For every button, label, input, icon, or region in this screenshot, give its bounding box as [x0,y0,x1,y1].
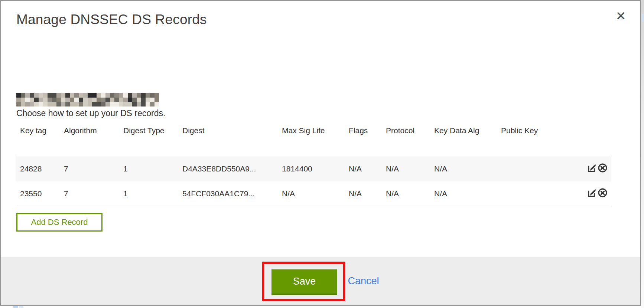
column-header-key-data-alg: Key Data Alg [430,124,497,156]
background-page-fragment [19,306,23,308]
background-page-strip [641,0,644,308]
dnssec-ds-records-dialog: ✕ Manage DNSSEC DS Records Choose how to… [0,0,641,306]
table-row: 23550 7 1 54FCF030AA1C79... N/A N/A N/A … [16,181,611,206]
mosaic-pixel [137,98,141,102]
save-button[interactable]: Save [271,269,337,295]
mosaic-pixel [39,102,43,107]
mosaic-pixel [132,102,137,107]
column-header-public-key: Public Key [497,124,582,156]
mosaic-pixel [97,93,101,98]
mosaic-pixel [79,102,83,107]
mosaic-pixel [97,98,101,102]
mosaic-pixel [119,93,123,98]
mosaic-pixel [132,93,137,98]
mosaic-pixel [110,93,114,98]
column-header-max-sig-life: Max Sig Life [278,124,345,156]
mosaic-pixel [83,93,88,98]
mosaic-pixel [128,102,132,107]
column-header-digest-type: Digest Type [120,124,179,156]
cell-flags: N/A [345,156,382,181]
mosaic-pixel [79,93,83,98]
mosaic-pixel [25,93,30,98]
cancel-link[interactable]: Cancel [348,275,379,287]
mosaic-pixel [21,93,25,98]
mosaic-pixel [48,93,52,98]
mosaic-pixel [21,98,25,102]
mosaic-pixel [141,93,146,98]
mosaic-pixel [16,98,21,102]
mosaic-pixel [141,98,146,102]
mosaic-pixel [101,93,105,98]
mosaic-pixel [105,93,110,98]
mosaic-pixel [105,98,110,102]
mosaic-pixel [43,93,48,98]
column-header-actions [582,124,611,156]
mosaic-pixel [150,93,155,98]
mosaic-pixel [114,102,119,107]
add-ds-record-button[interactable]: Add DS Record [16,213,103,232]
mosaic-pixel [25,102,30,107]
column-header-protocol: Protocol [382,124,430,156]
column-header-algorithm: Algorithm [60,124,120,156]
cell-key-data-alg: N/A [430,181,497,206]
mosaic-pixel [88,102,92,107]
mosaic-pixel [70,98,74,102]
mosaic-pixel [61,102,65,107]
mosaic-pixel [83,98,88,102]
dialog-footer: Save Cancel [1,257,640,305]
cell-algorithm: 7 [60,156,120,181]
mosaic-pixel [30,102,34,107]
background-page-fragment [641,14,644,22]
cell-max-sig-life: 1814400 [278,156,345,181]
mosaic-pixel [88,93,92,98]
cell-key-tag: 23550 [16,181,60,206]
mosaic-pixel [146,102,150,107]
mosaic-pixel [52,98,56,102]
mosaic-pixel [65,102,70,107]
mosaic-pixel [48,98,52,102]
mosaic-pixel [56,98,61,102]
delete-record-icon[interactable] [598,163,608,175]
column-header-flags: Flags [345,124,382,156]
column-header-digest: Digest [179,124,278,156]
mosaic-pixel [56,102,61,107]
mosaic-pixel [56,93,61,98]
mosaic-pixel [123,93,128,98]
edit-record-icon[interactable] [587,163,597,175]
cell-key-tag: 24828 [16,156,60,181]
mosaic-pixel [34,102,39,107]
mosaic-pixel [119,98,123,102]
table-row: 24828 7 1 D4A33E8DD550A9... 1814400 N/A … [16,156,611,181]
row-actions [582,181,611,206]
mosaic-pixel [110,98,114,102]
mosaic-pixel [74,102,79,107]
mosaic-pixel [97,102,101,107]
mosaic-pixel [155,93,159,98]
mosaic-pixel [79,98,83,102]
mosaic-pixel [43,102,48,107]
mosaic-pixel [137,93,141,98]
cell-digest: D4A33E8DD550A9... [179,156,278,181]
dialog-title: Manage DNSSEC DS Records [16,12,207,27]
mosaic-pixel [34,98,39,102]
close-icon[interactable]: ✕ [616,10,627,22]
cell-protocol: N/A [382,181,430,206]
cell-digest-type: 1 [120,156,179,181]
edit-record-icon[interactable] [587,188,597,200]
delete-record-icon[interactable] [598,188,608,200]
cell-protocol: N/A [382,156,430,181]
cell-digest: 54FCF030AA1C79... [179,181,278,206]
row-actions [582,156,611,181]
mosaic-pixel [61,93,65,98]
mosaic-pixel [146,98,150,102]
instruction-text: Choose how to set up your DS records. [16,108,165,118]
mosaic-pixel [128,98,132,102]
mosaic-pixel [30,98,34,102]
mosaic-pixel [101,102,105,107]
mosaic-pixel [92,93,97,98]
mosaic-pixel [83,102,88,107]
cell-public-key [497,156,582,181]
cell-algorithm: 7 [60,181,120,206]
mosaic-pixel [74,98,79,102]
mosaic-pixel [119,102,123,107]
